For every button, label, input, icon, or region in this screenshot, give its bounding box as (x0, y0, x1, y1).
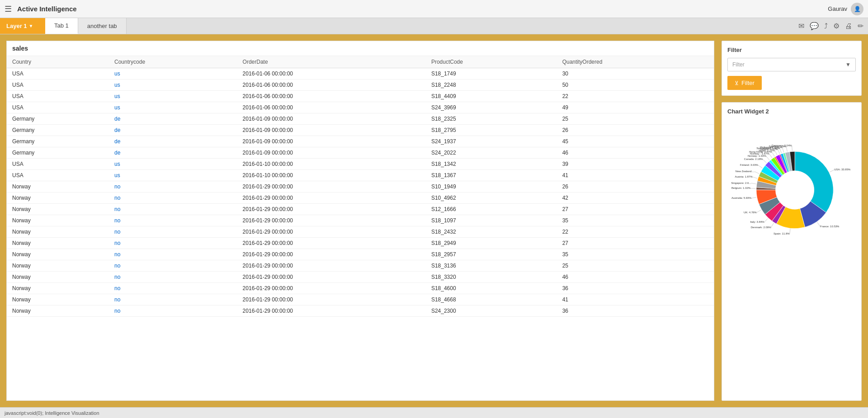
settings-icon[interactable]: ⚙ (833, 22, 840, 30)
table-cell: Norway (7, 283, 109, 294)
table-wrapper[interactable]: Country Countrycode OrderDate ProductCod… (7, 56, 714, 400)
table-cell: 26 (557, 181, 714, 193)
tab-1-label: Tab 1 (54, 22, 69, 29)
filter-button[interactable]: ⊻ Filter (727, 76, 762, 90)
print-icon[interactable]: 🖨 (845, 22, 852, 30)
country-code-link[interactable]: no (114, 285, 120, 291)
table-cell: 2016-01-09 00:00:00 (237, 113, 426, 125)
col-quantityordered: QuantityOrdered (557, 56, 714, 68)
country-code-link[interactable]: de (114, 150, 120, 156)
user-info: Gaurav 👤 (828, 3, 863, 15)
table-panel: sales Country Countrycode OrderDate Prod… (6, 41, 714, 401)
tab-actions: ✉ 💬 ⤴ ⚙ 🖨 ✏ (794, 18, 868, 34)
table-cell: 2016-01-10 00:00:00 (237, 170, 426, 181)
col-productcode: ProductCode (426, 56, 557, 68)
country-code-link[interactable]: no (114, 296, 120, 303)
main-content: sales Country Countrycode OrderDate Prod… (0, 34, 868, 407)
table-cell: S24_3969 (426, 102, 557, 113)
table-cell: S24_2300 (426, 305, 557, 317)
table-row: Norwayno2016-01-29 00:00:00S18_243222 (7, 226, 714, 238)
chart-label: Spain: 11.8% (774, 232, 790, 235)
country-code-link[interactable]: us (114, 172, 120, 178)
svg-line-2 (790, 229, 790, 234)
table-cell: 2016-01-06 00:00:00 (237, 102, 426, 113)
country-code-link[interactable]: no (114, 308, 120, 314)
table-cell: Germany (7, 113, 109, 125)
table-cell: 2016-01-29 00:00:00 (237, 294, 426, 305)
table-cell: 2016-01-09 00:00:00 (237, 136, 426, 147)
table-cell: 27 (557, 238, 714, 249)
country-code-link[interactable]: no (114, 206, 120, 212)
table-cell: 2016-01-06 00:00:00 (237, 91, 426, 102)
table-cell: S10_4962 (426, 193, 557, 204)
table-row: Norwayno2016-01-29 00:00:00S18_466841 (7, 294, 714, 305)
table-cell: Norway (7, 215, 109, 226)
chart-widget: Chart Widget 2 USA: 33.85%France: 10.53%… (722, 102, 862, 401)
table-cell: 2016-01-29 00:00:00 (237, 193, 426, 204)
table-cell: 49 (557, 102, 714, 113)
country-code-link[interactable]: us (114, 82, 120, 88)
chart-label: New Zealand:... (736, 170, 755, 173)
table-cell: 35 (557, 249, 714, 260)
table-row: Norwayno2016-01-29 00:00:00S10_194926 (7, 181, 714, 193)
chart-segment[interactable] (795, 151, 833, 212)
comment-icon[interactable]: 💬 (810, 22, 819, 30)
filter-select[interactable]: Filter ▼ (727, 58, 856, 71)
country-code-link[interactable]: us (114, 93, 120, 99)
svg-line-5 (757, 210, 761, 212)
table-cell: USA (7, 91, 109, 102)
table-cell: Norway (7, 260, 109, 272)
tab-another[interactable]: another tab (78, 18, 127, 34)
country-code-link[interactable]: no (114, 229, 120, 235)
share-icon[interactable]: ⤴ (824, 22, 828, 30)
table-cell: de (109, 136, 237, 147)
table-row: USAus2016-01-06 00:00:00S18_174930 (7, 68, 714, 80)
table-cell: 2016-01-10 00:00:00 (237, 159, 426, 170)
table-cell: 27 (557, 204, 714, 215)
table-cell: 2016-01-29 00:00:00 (237, 272, 426, 283)
table-cell: us (109, 102, 237, 113)
data-table: Country Countrycode OrderDate ProductCod… (7, 56, 714, 317)
country-code-link[interactable]: de (114, 138, 120, 145)
country-code-link[interactable]: no (114, 251, 120, 258)
table-cell: us (109, 170, 237, 181)
table-cell: S10_1949 (426, 181, 557, 193)
country-code-link[interactable]: no (114, 217, 120, 224)
table-cell: de (109, 147, 237, 159)
tab-1[interactable]: Tab 1 (45, 18, 78, 34)
country-code-link[interactable]: no (114, 263, 120, 269)
edit-icon[interactable]: ✏ (858, 22, 863, 30)
chart-label: Singapore: 2.6... (731, 182, 751, 184)
country-code-link[interactable]: no (114, 274, 120, 280)
country-code-link[interactable]: no (114, 240, 120, 246)
country-code-link[interactable]: us (114, 104, 120, 111)
table-cell: us (109, 91, 237, 102)
table-cell: no (109, 249, 237, 260)
table-cell: USA (7, 80, 109, 91)
table-cell: 2016-01-06 00:00:00 (237, 80, 426, 91)
chart-label: Denmark: 2.09% (751, 226, 771, 229)
country-code-link[interactable]: us (114, 70, 120, 77)
table-cell: S18_1749 (426, 68, 557, 80)
table-title: sales (7, 41, 714, 56)
table-cell: Norway (7, 193, 109, 204)
country-code-link[interactable]: de (114, 116, 120, 122)
chart-label: Belgium: 1.02% (731, 187, 751, 189)
country-code-link[interactable]: no (114, 195, 120, 201)
hamburger-icon[interactable]: ☰ (5, 4, 12, 14)
mail-icon[interactable]: ✉ (798, 22, 804, 30)
country-code-link[interactable]: de (114, 127, 120, 133)
svg-line-6 (751, 197, 756, 198)
table-row: Norwayno2016-01-29 00:00:00S18_332046 (7, 272, 714, 283)
table-row: Norwayno2016-01-29 00:00:00S18_313625 (7, 260, 714, 272)
table-cell: S24_2022 (426, 147, 557, 159)
col-orderdate: OrderDate (237, 56, 426, 68)
table-cell: de (109, 113, 237, 125)
username-label: Gaurav (828, 5, 847, 12)
country-code-link[interactable]: us (114, 161, 120, 167)
layer-button[interactable]: Layer 1 ▼ (0, 18, 45, 34)
country-code-link[interactable]: no (114, 183, 120, 190)
svg-line-10 (755, 172, 759, 174)
table-cell: 2016-01-29 00:00:00 (237, 305, 426, 317)
table-cell: S18_4668 (426, 294, 557, 305)
